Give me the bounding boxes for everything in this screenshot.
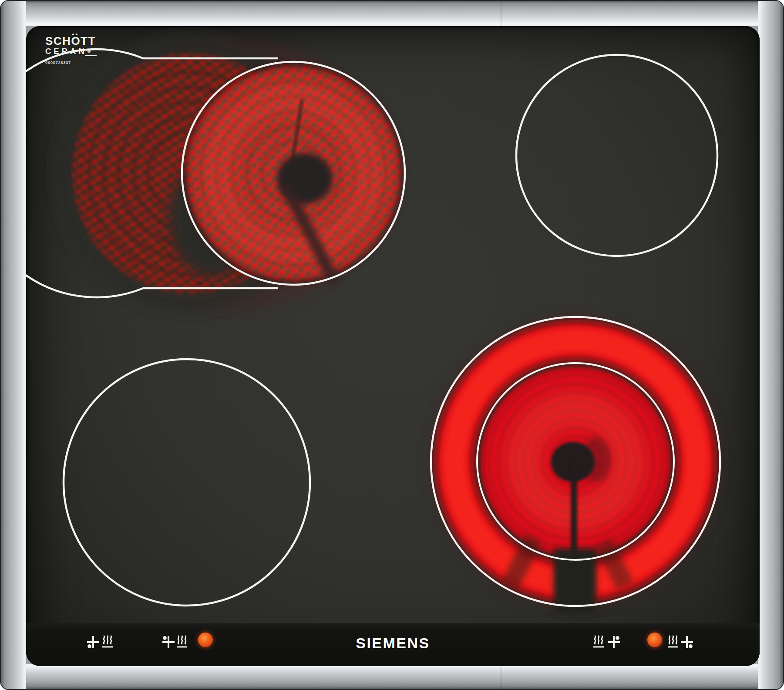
cooktop-product-photo: SCHOTT CERAN® 9000726337	[0, 0, 784, 690]
frame-right	[758, 1, 783, 689]
control-strip: SIEMENS	[26, 623, 760, 666]
power-indicator-light-left	[198, 633, 213, 647]
schott-wordmark: SCHOTT	[45, 36, 96, 46]
power-indicator-light-right	[647, 633, 662, 647]
residual-heat-icon	[102, 635, 113, 648]
frame-seam	[501, 1, 501, 26]
part-number: 9000726337	[45, 60, 96, 65]
ceramic-glass-surface: SCHOTT CERAN® 9000726337	[26, 26, 760, 666]
zone-select-cross-rear-right-icon	[607, 635, 621, 649]
ceran-wordmark: CERAN®	[45, 46, 96, 56]
stainless-frame: SCHOTT CERAN® 9000726337	[0, 0, 784, 690]
logo-underline-decoration	[85, 55, 97, 56]
zone-select-cross-front-left-icon	[86, 635, 100, 649]
zone-select-cross-front-right-icon	[680, 635, 694, 649]
frame-bottom	[1, 664, 783, 689]
frame-left	[1, 1, 26, 689]
cooking-zones-graphic	[26, 26, 760, 666]
registered-trademark: ®	[87, 48, 91, 54]
logo-dots-decoration	[72, 34, 79, 35]
residual-heat-icon	[593, 635, 604, 648]
zone-select-cross-rear-left-icon	[162, 635, 175, 649]
residual-heat-icon	[176, 635, 188, 648]
frame-top	[1, 1, 783, 26]
zone-front-left-outline	[64, 359, 310, 606]
frame-seam	[501, 664, 501, 689]
siemens-logo: SIEMENS	[356, 635, 430, 652]
zone-rear-right-outline	[516, 55, 717, 256]
schott-ceran-logo: SCHOTT CERAN® 9000726337	[45, 36, 96, 65]
residual-heat-icon	[667, 635, 679, 648]
